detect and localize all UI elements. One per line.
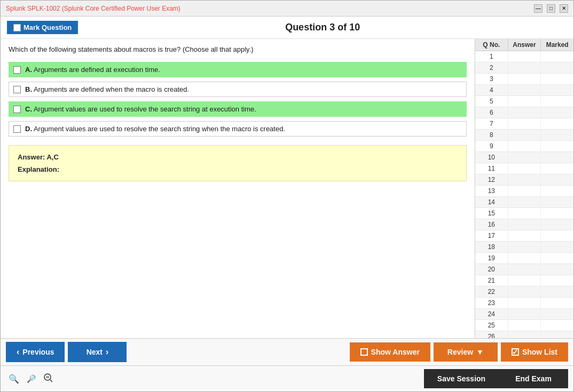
end-exam-button[interactable]: End Exam: [499, 369, 568, 388]
sidebar-row[interactable]: 3: [475, 74, 573, 85]
explanation-label: Explanation:: [18, 165, 458, 173]
option-b-checkbox: [13, 86, 21, 93]
mark-btn-label: Mark Question: [23, 23, 72, 31]
option-a[interactable]: A. Arguments are defined at execution ti…: [9, 62, 467, 77]
sidebar-row[interactable]: 25: [475, 320, 573, 331]
sidebar-cell-num: 21: [475, 275, 508, 286]
next-arrow-icon: ›: [106, 347, 108, 357]
sidebar-cell-answer: [508, 230, 541, 241]
sidebar-row[interactable]: 13: [475, 186, 573, 197]
sidebar-row[interactable]: 6: [475, 107, 573, 118]
sidebar-row[interactable]: 12: [475, 174, 573, 186]
sidebar-row[interactable]: 8: [475, 130, 573, 141]
mark-question-button[interactable]: Mark Question: [7, 21, 78, 34]
sidebar-row[interactable]: 10: [475, 152, 573, 163]
sidebar-cell-answer: [508, 152, 541, 163]
sidebar-row[interactable]: 19: [475, 253, 573, 264]
sidebar-cell-marked: [541, 219, 573, 230]
end-exam-label: End Exam: [515, 374, 552, 383]
previous-button[interactable]: ‹ Previous: [6, 342, 65, 362]
save-session-button[interactable]: Save Session: [424, 369, 499, 388]
sidebar-cell-answer: [508, 242, 541, 252]
sidebar-cell-marked: [541, 320, 573, 331]
col-qno: Q No.: [475, 39, 508, 51]
sidebar-row[interactable]: 7: [475, 118, 573, 130]
show-list-checkbox-icon: ✓: [512, 348, 519, 356]
sidebar-row[interactable]: 5: [475, 96, 573, 107]
sidebar-row[interactable]: 1: [475, 51, 573, 62]
sidebar-row[interactable]: 22: [475, 286, 573, 298]
bottom-bar: ‹ Previous Next › Show Answer Review ▼ ✓…: [1, 338, 573, 365]
sidebar-row[interactable]: 16: [475, 219, 573, 230]
option-b-text: B. Arguments are defined when the macro …: [25, 85, 189, 93]
sidebar-cell-num: 15: [475, 208, 508, 219]
option-c[interactable]: C. Argument values are used to resolve t…: [9, 101, 467, 117]
sidebar-row[interactable]: 9: [475, 141, 573, 152]
sidebar-cell-marked: [541, 152, 573, 163]
sidebar-cell-answer: [508, 219, 541, 230]
sidebar-cell-marked: [541, 230, 573, 241]
question-title: Question 3 of 10: [78, 22, 567, 33]
main-window: Splunk SPLK-1002 (Splunk Core Certified …: [0, 0, 574, 392]
zoom-reset-button[interactable]: 🔎: [24, 372, 38, 386]
show-list-button[interactable]: ✓ Show List: [501, 342, 568, 362]
svg-line-2: [50, 380, 52, 382]
zoom-out-icon: [43, 373, 53, 382]
close-button[interactable]: ✕: [560, 4, 568, 13]
sidebar-cell-marked: [541, 309, 573, 319]
question-number-list[interactable]: 1 2 3 4 5 6 7 8: [475, 51, 573, 338]
minimize-button[interactable]: —: [534, 4, 542, 13]
sidebar-row[interactable]: 17: [475, 230, 573, 242]
sidebar-cell-answer: [508, 197, 541, 207]
sidebar-cell-answer: [508, 264, 541, 275]
question-text: Which of the following statements about …: [9, 45, 467, 53]
sidebar-row[interactable]: 15: [475, 208, 573, 219]
sidebar-cell-num: 18: [475, 242, 508, 252]
sidebar-row[interactable]: 26: [475, 331, 573, 338]
zoom-out-button[interactable]: [41, 372, 56, 386]
sidebar-cell-marked: [541, 253, 573, 263]
sidebar-row[interactable]: 2: [475, 62, 573, 74]
footer-bar: 🔍 🔎 Save Session End Exam: [1, 365, 573, 391]
review-button[interactable]: Review ▼: [434, 342, 498, 362]
zoom-in-button[interactable]: 🔍: [6, 372, 22, 386]
next-button[interactable]: Next ›: [68, 342, 127, 362]
exam-name: (Splunk Core Certified Power User Exam): [62, 5, 180, 12]
sidebar-cell-num: 4: [475, 85, 508, 95]
previous-arrow-icon: ‹: [17, 347, 19, 357]
sidebar-row[interactable]: 18: [475, 242, 573, 253]
sidebar-row[interactable]: 23: [475, 298, 573, 309]
sidebar-cell-marked: [541, 85, 573, 95]
sidebar-row[interactable]: 20: [475, 264, 573, 275]
sidebar-cell-marked: [541, 62, 573, 73]
previous-label: Previous: [22, 348, 54, 356]
sidebar-row[interactable]: 11: [475, 163, 573, 174]
maximize-button[interactable]: □: [547, 4, 555, 13]
option-d-text: D. Argument values are used to resolve t…: [25, 125, 285, 133]
sidebar-cell-num: 13: [475, 186, 508, 196]
show-answer-button[interactable]: Show Answer: [350, 342, 430, 362]
sidebar-cell-marked: [541, 286, 573, 297]
sidebar-cell-marked: [541, 298, 573, 308]
sidebar-row[interactable]: 24: [475, 309, 573, 320]
option-d[interactable]: D. Argument values are used to resolve t…: [9, 121, 467, 137]
app-name: Splunk SPLK-1002: [6, 5, 60, 12]
sidebar-row[interactable]: 21: [475, 275, 573, 286]
sidebar-row[interactable]: 14: [475, 197, 573, 208]
option-b[interactable]: B. Arguments are defined when the macro …: [9, 82, 467, 97]
question-panel: Which of the following statements about …: [1, 39, 475, 338]
sidebar-cell-num: 11: [475, 163, 508, 174]
option-d-checkbox: [13, 125, 21, 133]
sidebar-cell-num: 16: [475, 219, 508, 230]
sidebar-cell-num: 7: [475, 118, 508, 129]
sidebar-cell-num: 3: [475, 74, 508, 84]
answer-explanation-box: Answer: A,C Explanation:: [9, 145, 467, 181]
app-title: Splunk SPLK-1002 (Splunk Core Certified …: [6, 5, 180, 12]
sidebar-row[interactable]: 4: [475, 85, 573, 96]
header-row: Mark Question Question 3 of 10: [1, 17, 573, 39]
sidebar-cell-num: 23: [475, 298, 508, 308]
title-bar: Splunk SPLK-1002 (Splunk Core Certified …: [1, 1, 573, 17]
sidebar-cell-answer: [508, 208, 541, 219]
sidebar-cell-marked: [541, 242, 573, 252]
col-answer: Answer: [508, 39, 541, 51]
